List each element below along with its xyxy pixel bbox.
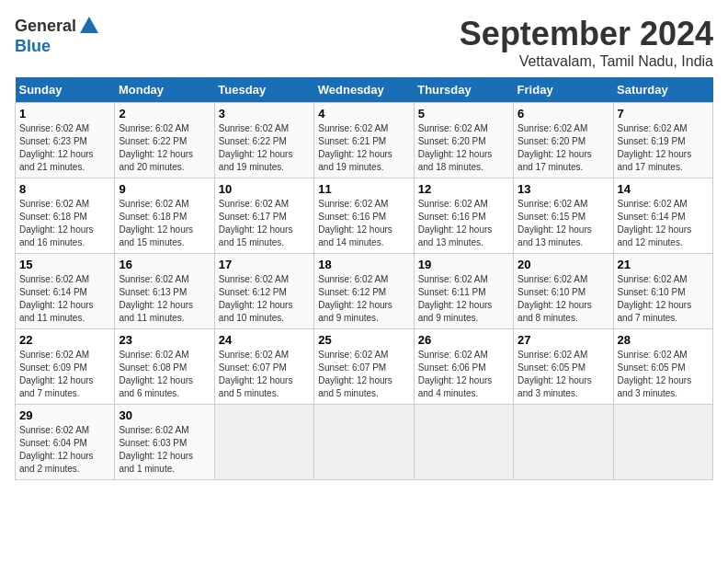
calendar-week-2: 8Sunrise: 6:02 AMSunset: 6:18 PMDaylight…	[16, 178, 713, 254]
weekday-header-monday: Monday	[115, 77, 214, 103]
day-info: Sunrise: 6:02 AMSunset: 6:22 PMDaylight:…	[219, 122, 310, 174]
logo-general-text: General	[15, 17, 76, 36]
day-info: Sunrise: 6:02 AMSunset: 6:21 PMDaylight:…	[318, 122, 409, 174]
calendar-cell: 15Sunrise: 6:02 AMSunset: 6:14 PMDayligh…	[16, 254, 115, 329]
day-info: Sunrise: 6:02 AMSunset: 6:15 PMDaylight:…	[518, 198, 609, 249]
calendar-week-1: 1Sunrise: 6:02 AMSunset: 6:23 PMDaylight…	[16, 103, 713, 178]
calendar-cell: 11Sunrise: 6:02 AMSunset: 6:16 PMDayligh…	[314, 178, 414, 254]
weekday-header-friday: Friday	[514, 77, 613, 103]
day-info: Sunrise: 6:02 AMSunset: 6:13 PMDaylight:…	[119, 273, 210, 325]
day-number: 10	[219, 182, 310, 196]
day-info: Sunrise: 6:02 AMSunset: 6:10 PMDaylight:…	[618, 273, 709, 325]
day-number: 17	[219, 258, 310, 271]
calendar-cell: 29Sunrise: 6:02 AMSunset: 6:04 PMDayligh…	[16, 405, 115, 480]
day-info: Sunrise: 6:02 AMSunset: 6:04 PMDaylight:…	[19, 424, 110, 476]
calendar-cell: 17Sunrise: 6:02 AMSunset: 6:12 PMDayligh…	[214, 254, 313, 329]
weekday-header-wednesday: Wednesday	[314, 77, 414, 103]
weekday-header-thursday: Thursday	[414, 77, 513, 103]
day-info: Sunrise: 6:02 AMSunset: 6:05 PMDaylight:…	[618, 349, 709, 400]
day-info: Sunrise: 6:02 AMSunset: 6:03 PMDaylight:…	[119, 424, 210, 476]
calendar-cell	[613, 405, 712, 480]
calendar-cell: 26Sunrise: 6:02 AMSunset: 6:06 PMDayligh…	[414, 329, 513, 405]
day-number: 9	[119, 182, 210, 196]
day-number: 30	[119, 408, 210, 422]
day-number: 24	[219, 333, 310, 347]
calendar-cell: 19Sunrise: 6:02 AMSunset: 6:11 PMDayligh…	[414, 254, 513, 329]
day-number: 22	[19, 333, 110, 347]
day-number: 21	[618, 258, 709, 271]
calendar-week-3: 15Sunrise: 6:02 AMSunset: 6:14 PMDayligh…	[16, 254, 713, 329]
day-info: Sunrise: 6:02 AMSunset: 6:16 PMDaylight:…	[418, 198, 509, 249]
day-info: Sunrise: 6:02 AMSunset: 6:12 PMDaylight:…	[318, 273, 409, 325]
calendar-cell: 21Sunrise: 6:02 AMSunset: 6:10 PMDayligh…	[613, 254, 712, 329]
weekday-header-sunday: Sunday	[16, 77, 115, 103]
day-info: Sunrise: 6:02 AMSunset: 6:14 PMDaylight:…	[618, 198, 709, 249]
day-number: 23	[119, 333, 210, 347]
header: General Blue September 2024 Vettavalam, …	[15, 15, 713, 70]
day-info: Sunrise: 6:02 AMSunset: 6:16 PMDaylight:…	[318, 198, 409, 249]
calendar-cell	[514, 405, 613, 480]
calendar-cell: 12Sunrise: 6:02 AMSunset: 6:16 PMDayligh…	[414, 178, 513, 254]
calendar-cell: 7Sunrise: 6:02 AMSunset: 6:19 PMDaylight…	[613, 103, 712, 178]
calendar-cell: 1Sunrise: 6:02 AMSunset: 6:23 PMDaylight…	[16, 103, 115, 178]
day-info: Sunrise: 6:02 AMSunset: 6:23 PMDaylight:…	[19, 122, 110, 174]
day-number: 11	[318, 182, 409, 196]
day-number: 18	[318, 258, 409, 271]
day-number: 1	[19, 107, 110, 121]
calendar-table: SundayMondayTuesdayWednesdayThursdayFrid…	[15, 77, 713, 480]
title-area: September 2024 Vettavalam, Tamil Nadu, I…	[460, 15, 713, 70]
day-number: 12	[418, 182, 509, 196]
day-number: 3	[219, 107, 310, 121]
calendar-cell: 25Sunrise: 6:02 AMSunset: 6:07 PMDayligh…	[314, 329, 414, 405]
calendar-cell: 9Sunrise: 6:02 AMSunset: 6:18 PMDaylight…	[115, 178, 214, 254]
calendar-cell: 2Sunrise: 6:02 AMSunset: 6:22 PMDaylight…	[115, 103, 214, 178]
day-info: Sunrise: 6:02 AMSunset: 6:18 PMDaylight:…	[19, 198, 110, 249]
calendar-week-5: 29Sunrise: 6:02 AMSunset: 6:04 PMDayligh…	[16, 405, 713, 480]
day-number: 26	[418, 333, 509, 347]
day-info: Sunrise: 6:02 AMSunset: 6:06 PMDaylight:…	[418, 349, 509, 400]
day-number: 4	[318, 107, 409, 121]
logo: General Blue	[15, 15, 100, 56]
day-number: 6	[518, 107, 609, 121]
day-info: Sunrise: 6:02 AMSunset: 6:05 PMDaylight:…	[518, 349, 609, 400]
day-info: Sunrise: 6:02 AMSunset: 6:12 PMDaylight:…	[219, 273, 310, 325]
month-title: September 2024	[460, 15, 713, 53]
calendar-cell: 24Sunrise: 6:02 AMSunset: 6:07 PMDayligh…	[214, 329, 313, 405]
calendar-cell: 4Sunrise: 6:02 AMSunset: 6:21 PMDaylight…	[314, 103, 414, 178]
day-number: 25	[318, 333, 409, 347]
day-number: 15	[19, 258, 110, 271]
day-info: Sunrise: 6:02 AMSunset: 6:22 PMDaylight:…	[119, 122, 210, 174]
day-info: Sunrise: 6:02 AMSunset: 6:09 PMDaylight:…	[19, 349, 110, 400]
svg-marker-0	[80, 17, 98, 33]
calendar-week-4: 22Sunrise: 6:02 AMSunset: 6:09 PMDayligh…	[16, 329, 713, 405]
day-info: Sunrise: 6:02 AMSunset: 6:18 PMDaylight:…	[119, 198, 210, 249]
day-number: 27	[518, 333, 609, 347]
day-number: 8	[19, 182, 110, 196]
day-number: 20	[518, 258, 609, 271]
calendar-cell	[314, 405, 414, 480]
calendar-cell: 5Sunrise: 6:02 AMSunset: 6:20 PMDaylight…	[414, 103, 513, 178]
day-info: Sunrise: 6:02 AMSunset: 6:14 PMDaylight:…	[19, 273, 110, 325]
calendar-cell: 6Sunrise: 6:02 AMSunset: 6:20 PMDaylight…	[514, 103, 613, 178]
day-info: Sunrise: 6:02 AMSunset: 6:19 PMDaylight:…	[618, 122, 709, 174]
day-info: Sunrise: 6:02 AMSunset: 6:10 PMDaylight:…	[518, 273, 609, 325]
day-info: Sunrise: 6:02 AMSunset: 6:20 PMDaylight:…	[518, 122, 609, 174]
calendar-cell: 16Sunrise: 6:02 AMSunset: 6:13 PMDayligh…	[115, 254, 214, 329]
weekday-header-tuesday: Tuesday	[214, 77, 313, 103]
day-number: 7	[618, 107, 709, 121]
calendar-cell: 10Sunrise: 6:02 AMSunset: 6:17 PMDayligh…	[214, 178, 313, 254]
calendar-cell: 13Sunrise: 6:02 AMSunset: 6:15 PMDayligh…	[514, 178, 613, 254]
calendar-cell: 14Sunrise: 6:02 AMSunset: 6:14 PMDayligh…	[613, 178, 712, 254]
day-info: Sunrise: 6:02 AMSunset: 6:07 PMDaylight:…	[318, 349, 409, 400]
day-number: 13	[518, 182, 609, 196]
day-info: Sunrise: 6:02 AMSunset: 6:11 PMDaylight:…	[418, 273, 509, 325]
calendar-cell	[414, 405, 513, 480]
day-number: 5	[418, 107, 509, 121]
calendar-cell: 28Sunrise: 6:02 AMSunset: 6:05 PMDayligh…	[613, 329, 712, 405]
day-info: Sunrise: 6:02 AMSunset: 6:07 PMDaylight:…	[219, 349, 310, 400]
weekday-header-row: SundayMondayTuesdayWednesdayThursdayFrid…	[16, 77, 713, 103]
calendar-cell: 23Sunrise: 6:02 AMSunset: 6:08 PMDayligh…	[115, 329, 214, 405]
calendar-cell: 8Sunrise: 6:02 AMSunset: 6:18 PMDaylight…	[16, 178, 115, 254]
calendar-cell: 3Sunrise: 6:02 AMSunset: 6:22 PMDaylight…	[214, 103, 313, 178]
logo-icon	[78, 15, 100, 37]
